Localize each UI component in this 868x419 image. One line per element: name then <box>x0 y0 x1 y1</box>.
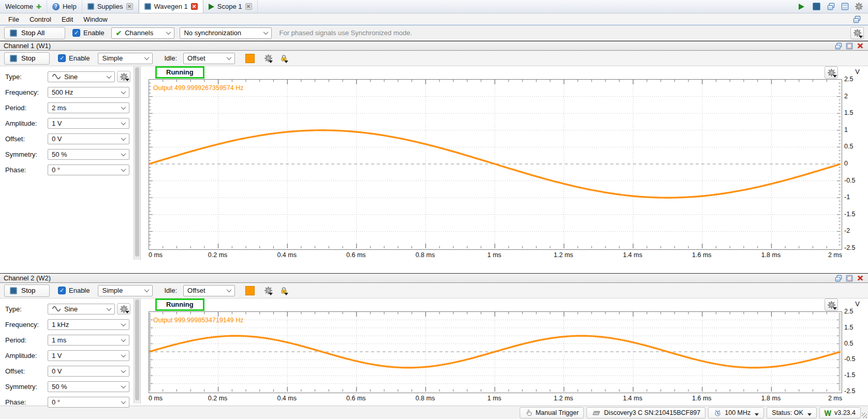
channels-dropdown[interactable]: ✔ Channels <box>111 27 174 39</box>
settings-gear-button[interactable] <box>854 2 864 12</box>
caret-down-icon <box>755 413 759 416</box>
status-button[interactable]: Status: OK <box>767 407 816 418</box>
lock-button[interactable] <box>278 286 289 296</box>
panel-splitter[interactable] <box>134 298 141 403</box>
enable-label: Enable <box>69 54 90 62</box>
enable-checkbox[interactable]: ✓ <box>58 54 66 62</box>
close-tab-icon[interactable]: ✕ <box>245 3 252 10</box>
close-channel-icon[interactable]: ✕ <box>856 42 864 50</box>
stop-all-button[interactable] <box>811 2 822 12</box>
chevron-down-icon <box>144 287 150 292</box>
clock-frequency-button[interactable]: 100 MHz <box>708 407 764 418</box>
tab-help[interactable]: ? Help <box>47 0 82 13</box>
offset-value: 0 V <box>52 367 62 375</box>
field-label: Type: <box>0 305 48 313</box>
menu-control[interactable]: Control <box>24 16 56 23</box>
close-channel-icon[interactable]: ✕ <box>856 274 864 282</box>
wave-plot-canvas[interactable]: Output 999.9998534719149 Hz <box>149 311 842 393</box>
maximize-window-icon[interactable] <box>845 42 854 50</box>
run-all-button[interactable] <box>796 2 807 12</box>
sine-wave-icon <box>52 73 61 80</box>
period-dropdown[interactable]: 2 ms <box>48 102 129 113</box>
frequency-dropdown[interactable]: 500 Hz <box>48 87 129 98</box>
channel-1-idle-dropdown[interactable]: Offset <box>183 53 235 64</box>
chevron-down-icon <box>227 287 232 292</box>
stop-all-button[interactable]: Stop All <box>4 27 65 39</box>
stop-label: Stop <box>21 287 35 294</box>
undock-window-icon[interactable] <box>851 14 862 24</box>
chevron-down-icon <box>121 321 126 326</box>
amplitude-dropdown[interactable]: 1 V <box>48 118 129 129</box>
channel-2-mode-dropdown[interactable]: Simple <box>98 285 153 296</box>
period-dropdown[interactable]: 1 ms <box>48 335 129 346</box>
caret-down-icon <box>833 307 837 310</box>
enable-checkbox[interactable]: ✓ <box>72 29 80 37</box>
menu-edit[interactable]: Edit <box>56 16 78 23</box>
device-icon <box>592 410 601 416</box>
lock-button[interactable] <box>278 53 289 64</box>
channel-2-stop-button[interactable]: Stop <box>4 285 50 297</box>
channel-color-swatch[interactable] <box>245 54 255 63</box>
tile-windows-button[interactable] <box>840 2 850 12</box>
device-button[interactable]: Discovery3 C SN:210415BCF897 <box>586 407 705 418</box>
tab-scope-1[interactable]: Scope 1 ✕ <box>203 0 258 13</box>
x-tick-label: 1.4 ms <box>623 395 642 402</box>
tab-supplies[interactable]: Supplies ✕ <box>82 0 139 13</box>
channel-2-enable: ✓ Enable <box>58 287 90 294</box>
tab-wavegen-1[interactable]: Wavegen 1 ✕ <box>139 0 203 13</box>
stop-icon <box>813 3 820 10</box>
type-settings-gear-button[interactable] <box>117 303 130 315</box>
float-window-icon[interactable] <box>834 42 843 50</box>
manual-trigger-button[interactable]: Manual Trigger <box>520 407 584 418</box>
caret-down-icon <box>269 293 273 295</box>
channel-settings-gear-button[interactable] <box>263 53 273 64</box>
type-settings-gear-button[interactable] <box>117 71 130 82</box>
offset-dropdown[interactable]: 0 V <box>48 133 129 144</box>
period-value: 2 ms <box>52 104 66 112</box>
wave-plot-svg <box>149 80 841 248</box>
cascade-windows-button[interactable] <box>826 2 836 12</box>
frequency-value: 500 Hz <box>52 88 73 96</box>
resize-grip[interactable] <box>862 413 867 418</box>
chevron-down-icon <box>121 120 126 125</box>
type-dropdown[interactable]: Sine <box>48 71 115 82</box>
phase-dropdown[interactable]: 0 ° <box>48 164 129 175</box>
symmetry-dropdown[interactable]: 50 % <box>48 149 129 160</box>
chevron-down-icon <box>107 73 112 79</box>
y-tick-label: -2.5 <box>844 387 856 395</box>
channel-1-mode-dropdown[interactable]: Simple <box>98 53 153 64</box>
offset-dropdown[interactable]: 0 V <box>48 366 129 377</box>
field-period: Period: 1 ms <box>0 335 134 346</box>
chevron-down-icon <box>121 399 126 404</box>
maximize-window-icon[interactable] <box>845 274 854 282</box>
panel-splitter[interactable] <box>134 66 141 260</box>
channel-color-swatch[interactable] <box>245 286 255 295</box>
wavegen-options-gear-button[interactable] <box>850 27 864 39</box>
tab-welcome[interactable]: Welcome + <box>0 0 47 13</box>
enable-checkbox[interactable]: ✓ <box>58 287 66 294</box>
chevron-down-icon <box>107 306 112 311</box>
phase-dropdown[interactable]: 0 ° <box>48 397 129 408</box>
version-button[interactable]: W v3.23.4 <box>819 407 861 418</box>
amplitude-dropdown[interactable]: 1 V <box>48 350 129 361</box>
channel-2-idle-dropdown[interactable]: Offset <box>183 285 235 296</box>
float-window-icon[interactable] <box>834 274 843 282</box>
channel-settings-gear-button[interactable] <box>263 286 273 296</box>
symmetry-dropdown[interactable]: 50 % <box>48 381 129 392</box>
type-dropdown[interactable]: Sine <box>48 304 115 315</box>
synchronization-dropdown[interactable]: No synchronization <box>180 27 272 39</box>
y-axis-unit-label: V <box>855 68 860 76</box>
menu-file[interactable]: File <box>3 16 24 23</box>
menu-bar: File Control Edit Window <box>0 13 868 25</box>
device-label: Discovery3 C SN:210415BCF897 <box>604 409 700 416</box>
close-tab-icon[interactable]: ✕ <box>126 3 133 10</box>
x-axis-labels: 0 ms0.2 ms0.4 ms0.6 ms0.8 ms1 ms1.2 ms1.… <box>149 250 842 260</box>
wave-plot-canvas[interactable]: Output 499.9999267359574 Hz <box>149 79 842 250</box>
menu-window[interactable]: Window <box>78 16 112 23</box>
field-symmetry: Symmetry: 50 % <box>0 149 134 160</box>
channel-1-stop-button[interactable]: Stop <box>4 52 50 65</box>
plot-settings-gear-button[interactable] <box>825 66 838 79</box>
frequency-dropdown[interactable]: 1 kHz <box>48 319 129 330</box>
plot-settings-gear-button[interactable] <box>825 298 838 311</box>
close-tab-icon[interactable]: ✕ <box>191 3 198 10</box>
